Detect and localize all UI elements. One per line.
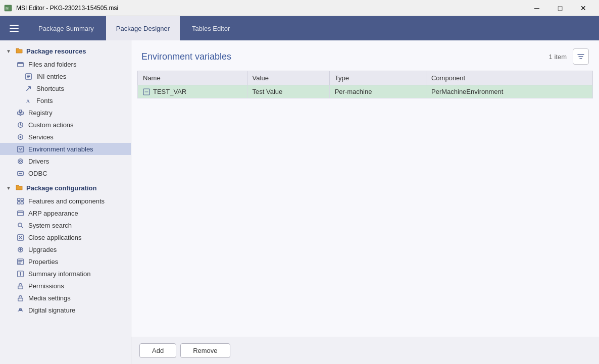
table-row[interactable]: TEST_VAR Test Value Per-machine PerMachi…	[138, 85, 593, 98]
svg-point-12	[18, 159, 22, 163]
sidebar-item-registry[interactable]: Registry	[0, 107, 131, 119]
svg-rect-11	[17, 146, 23, 151]
hamburger-button[interactable]	[6, 20, 22, 36]
svg-rect-18	[21, 201, 23, 204]
registry-icon	[16, 109, 24, 117]
sidebar-group-package-configuration[interactable]: ▼ Package configuration	[0, 181, 131, 195]
properties-icon	[16, 257, 24, 266]
sidebar-group-package-resources[interactable]: ▼ Package resources	[0, 44, 131, 58]
cell-component: PerMachineEnvironment	[426, 85, 592, 98]
svg-rect-19	[17, 211, 23, 215]
tab-tables-editor[interactable]: Tables Editor	[182, 16, 240, 40]
title-bar: M MSI Editor - PKG-230213-154505.msi ─ □…	[0, 0, 599, 16]
filter-button[interactable]	[573, 48, 589, 65]
minimize-button[interactable]: ─	[525, 0, 548, 16]
item-count: 1 item	[549, 53, 567, 61]
svg-rect-7	[19, 110, 22, 112]
svg-rect-15	[17, 198, 20, 200]
svg-rect-16	[21, 198, 23, 200]
sidebar-item-drivers[interactable]: Drivers	[0, 155, 131, 167]
sidebar: ▼ Package resources Files and folders	[0, 40, 131, 364]
svg-rect-17	[17, 201, 20, 204]
summary-information-icon	[16, 270, 24, 278]
sidebar-item-summary-information[interactable]: Summary information	[0, 268, 131, 280]
nav-bar: Package Summary Package Designer Tables …	[0, 16, 599, 40]
sidebar-item-environment-variables[interactable]: Environment variables	[0, 143, 131, 155]
add-button[interactable]: Add	[139, 343, 176, 358]
sidebar-item-services[interactable]: Services	[0, 131, 131, 143]
folder-icon-config	[15, 183, 23, 193]
page-title: Environment variables	[141, 51, 231, 62]
folder-icon	[15, 46, 23, 56]
files-folders-icon	[16, 60, 24, 68]
media-settings-icon	[16, 294, 24, 302]
sidebar-item-shortcuts[interactable]: Shortcuts	[0, 82, 131, 94]
hamburger-line	[10, 31, 19, 32]
fonts-icon: A	[24, 96, 32, 105]
sidebar-item-ini-entries[interactable]: INI entries	[0, 70, 131, 82]
environment-variables-table: Name Value Type Component	[137, 71, 593, 98]
sidebar-item-digital-signature[interactable]: Digital signature	[0, 304, 131, 316]
sidebar-item-permissions[interactable]: Permissions	[0, 280, 131, 292]
system-search-icon	[16, 221, 24, 229]
row-icon	[143, 88, 150, 95]
sidebar-item-features-components[interactable]: Features and components	[0, 195, 131, 207]
cell-name: TEST_VAR	[138, 85, 247, 98]
svg-rect-25	[18, 286, 22, 289]
shortcuts-icon	[24, 84, 32, 92]
cell-value: Test Value	[247, 85, 329, 98]
drivers-icon	[16, 157, 24, 165]
column-name: Name	[138, 71, 247, 85]
ini-entries-icon	[24, 72, 32, 80]
odbc-icon	[16, 169, 24, 177]
arp-icon	[16, 209, 24, 217]
services-icon	[16, 133, 24, 141]
sidebar-item-odbc[interactable]: ODBC	[0, 167, 131, 179]
sidebar-item-arp-appearance[interactable]: ARP appearance	[0, 207, 131, 219]
column-type: Type	[329, 71, 426, 85]
content-area: Environment variables 1 item Name Value …	[131, 40, 599, 364]
sidebar-item-media-settings[interactable]: Media settings	[0, 292, 131, 304]
filter-icon	[577, 53, 585, 61]
custom-actions-icon	[16, 121, 24, 129]
sidebar-section-package-resources: ▼ Package resources Files and folders	[0, 44, 131, 179]
svg-rect-10	[19, 136, 21, 138]
sidebar-item-close-applications[interactable]: Close applications	[0, 231, 131, 243]
svg-text:M: M	[6, 7, 9, 10]
hamburger-line	[10, 28, 19, 29]
sidebar-item-upgrades[interactable]: Upgrades	[0, 243, 131, 255]
main-layout: ▼ Package resources Files and folders	[0, 40, 599, 364]
remove-button[interactable]: Remove	[180, 343, 230, 358]
column-component: Component	[426, 71, 592, 85]
table-container: Name Value Type Component	[131, 71, 599, 337]
features-icon	[16, 197, 24, 205]
column-value: Value	[247, 71, 329, 85]
cell-type: Per-machine	[329, 85, 426, 98]
maximize-button[interactable]: □	[548, 0, 572, 16]
sidebar-item-custom-actions[interactable]: Custom actions	[0, 119, 131, 131]
sidebar-section-package-configuration: ▼ Package configuration Features and com…	[0, 181, 131, 316]
sidebar-item-properties[interactable]: Properties	[0, 255, 131, 268]
hamburger-line	[10, 25, 19, 26]
close-applications-icon	[16, 233, 24, 241]
header-right: 1 item	[549, 48, 589, 65]
app-icon: M	[4, 4, 12, 12]
tab-package-designer[interactable]: Package Designer	[106, 16, 180, 40]
environment-variables-icon	[16, 145, 24, 153]
sidebar-item-files-folders[interactable]: Files and folders	[0, 58, 131, 70]
window-title: MSI Editor - PKG-230213-154505.msi	[16, 5, 118, 12]
digital-signature-icon	[16, 306, 24, 314]
tab-package-summary[interactable]: Package Summary	[28, 16, 104, 40]
svg-point-13	[19, 160, 21, 162]
content-header: Environment variables 1 item	[131, 40, 599, 71]
content-footer: Add Remove	[131, 337, 599, 364]
sidebar-item-fonts[interactable]: A Fonts	[0, 94, 131, 107]
svg-text:A: A	[26, 98, 30, 104]
collapse-icon: ▼	[6, 48, 12, 54]
collapse-icon-config: ▼	[6, 185, 12, 191]
sidebar-item-system-search[interactable]: System search	[0, 219, 131, 231]
upgrades-icon	[16, 245, 24, 253]
close-button[interactable]: ✕	[572, 0, 595, 16]
window-controls: ─ □ ✕	[525, 0, 595, 16]
permissions-icon	[16, 282, 24, 290]
